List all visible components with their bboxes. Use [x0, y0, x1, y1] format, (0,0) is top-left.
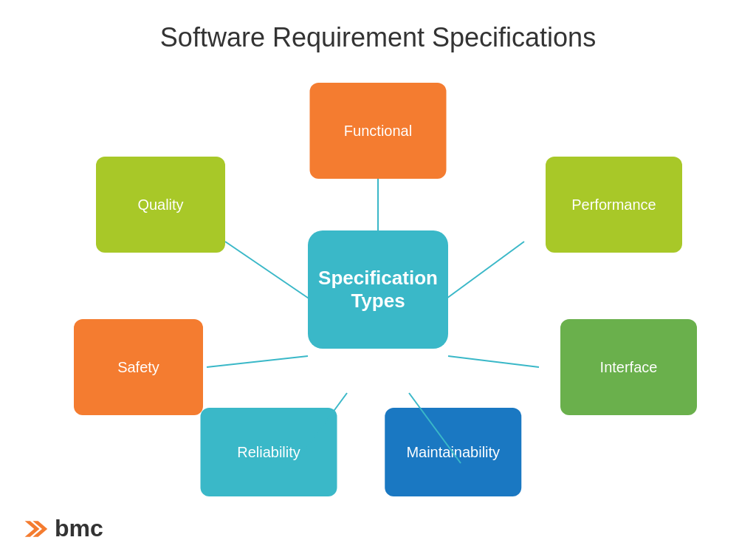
node-maintainability: Maintainability	[385, 408, 521, 496]
node-performance: Performance	[546, 157, 682, 253]
diagram-area: Specification Types Functional Quality P…	[0, 61, 756, 519]
node-safety-label: Safety	[117, 359, 159, 376]
center-node-line1: Specification	[318, 267, 438, 289]
bmc-chevron-icon	[22, 516, 49, 542]
page-title: Software Requirement Specifications	[0, 0, 756, 61]
bmc-logo: bmc	[22, 515, 103, 542]
node-functional: Functional	[310, 83, 447, 179]
center-node-line2: Types	[351, 290, 405, 312]
svg-line-1	[225, 242, 317, 304]
bmc-brand-text: bmc	[55, 515, 103, 542]
node-performance-label: Performance	[571, 197, 656, 213]
node-reliability-label: Reliability	[237, 444, 300, 461]
svg-line-3	[207, 356, 308, 367]
node-interface: Interface	[560, 319, 697, 415]
node-safety: Safety	[74, 319, 203, 415]
node-quality: Quality	[96, 157, 225, 253]
node-reliability: Reliability	[201, 408, 337, 496]
svg-line-2	[439, 242, 524, 304]
center-node: Specification Types	[308, 230, 448, 349]
node-quality-label: Quality	[137, 197, 183, 213]
node-interface-label: Interface	[600, 359, 658, 376]
node-functional-label: Functional	[344, 123, 412, 140]
node-maintainability-label: Maintainability	[406, 444, 500, 461]
svg-line-4	[448, 356, 539, 367]
